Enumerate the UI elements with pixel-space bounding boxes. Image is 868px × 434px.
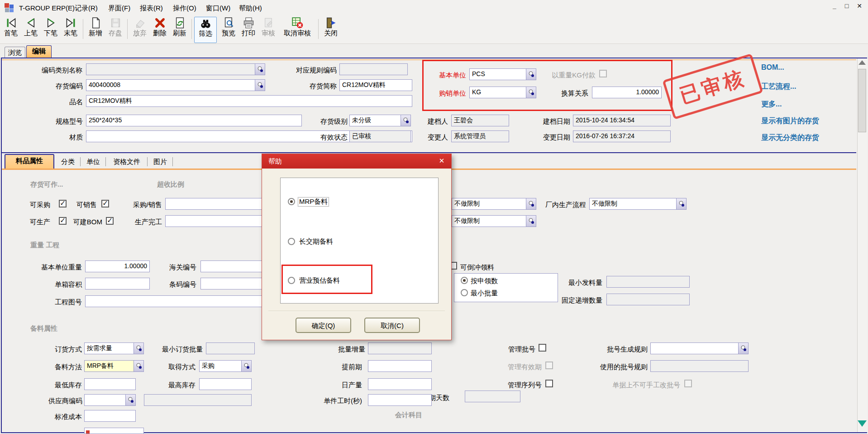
- min-stock-input[interactable]: [84, 378, 136, 390]
- prepare-method-input[interactable]: MRP备料: [84, 360, 144, 372]
- issue-by-apply-radio[interactable]: [461, 277, 468, 284]
- menu-tgroup-erp[interactable]: T-GROUP ERP(E): [17, 3, 76, 13]
- producible-checkbox[interactable]: [59, 217, 67, 225]
- minimize-button[interactable]: _: [830, 2, 839, 12]
- menu-interface[interactable]: 界面(F): [106, 3, 132, 14]
- toolbar-preview-button[interactable]: 预览: [219, 17, 238, 42]
- purchasable-checkbox[interactable]: [59, 200, 67, 207]
- acquire-mode-input[interactable]: 采购: [199, 360, 252, 372]
- help-dialog-titlebar[interactable]: 帮助: [262, 154, 451, 169]
- supply-policy-input-2[interactable]: 不做限制: [452, 215, 536, 227]
- manage-batch-checkbox[interactable]: [539, 344, 546, 352]
- daily-output-input[interactable]: [368, 378, 432, 390]
- item-name-input[interactable]: CR12MOV精料: [86, 95, 412, 107]
- menu-help[interactable]: 帮助(H): [237, 3, 264, 14]
- customs-code-input[interactable]: [200, 260, 265, 272]
- drawing-no-input[interactable]: [85, 295, 265, 307]
- toolbar-new-button[interactable]: 新增: [86, 17, 105, 42]
- link-bom[interactable]: BOM...: [761, 63, 784, 72]
- lookup-icon[interactable]: [125, 395, 135, 405]
- lookup-icon[interactable]: [134, 361, 143, 371]
- link-show-unclassified[interactable]: 显示无分类的存货: [761, 133, 819, 143]
- tab-picture[interactable]: 图片: [149, 156, 171, 168]
- option-long-lead-label[interactable]: 长交期备料: [299, 237, 333, 246]
- tab-category[interactable]: 分类: [57, 156, 79, 168]
- lookup-icon[interactable]: [134, 343, 143, 354]
- barcode-input[interactable]: [200, 278, 265, 289]
- item-code-input[interactable]: 400400008: [86, 79, 265, 91]
- option-sales-forecast-radio[interactable]: [288, 277, 295, 284]
- option-long-lead-radio[interactable]: [288, 238, 295, 245]
- toolbar-filter-button[interactable]: 筛选: [194, 17, 217, 43]
- order-mode-input[interactable]: 按需求量: [84, 342, 144, 354]
- rule-code-input[interactable]: [339, 63, 408, 75]
- lookup-icon[interactable]: [526, 198, 536, 209]
- lookup-icon[interactable]: [526, 69, 536, 80]
- dialog-cancel-button[interactable]: 取消(C): [364, 318, 420, 333]
- option-mrp-label[interactable]: MRP备料: [298, 198, 329, 206]
- item-short-input[interactable]: CR12MOV精料: [339, 79, 412, 91]
- code-category-input[interactable]: [86, 63, 265, 75]
- level-input[interactable]: 未分级: [349, 115, 411, 126]
- toolbar-cancel-audit-button[interactable]: 取消审核: [278, 17, 316, 42]
- menu-record[interactable]: 记录(R): [73, 3, 100, 14]
- tab-qualification[interactable]: 资格文件: [108, 156, 146, 168]
- bom-allowed-checkbox[interactable]: [106, 217, 114, 225]
- batch-rule-input[interactable]: [650, 342, 749, 354]
- box-volume-input[interactable]: [85, 278, 150, 289]
- delete-x-icon: [154, 17, 166, 29]
- lookup-icon[interactable]: [241, 361, 251, 371]
- dialog-ok-button[interactable]: 确定(Q): [296, 318, 351, 333]
- spec-input[interactable]: 250*240*35: [86, 115, 302, 126]
- lead-time-input[interactable]: [368, 360, 432, 372]
- tab-edit[interactable]: 编辑: [26, 45, 52, 58]
- scroll-down-icon[interactable]: [858, 420, 867, 427]
- lookup-icon[interactable]: [526, 216, 536, 227]
- max-stock-input[interactable]: [199, 378, 252, 390]
- supplier-code-input[interactable]: [84, 394, 136, 406]
- link-process-flow[interactable]: 工艺流程...: [761, 82, 796, 92]
- scroll-up-icon[interactable]: [858, 60, 866, 65]
- tab-browse[interactable]: 浏览: [5, 47, 25, 58]
- sellable-checkbox[interactable]: [101, 200, 109, 207]
- toolbar-last-button[interactable]: 末笔: [61, 17, 81, 42]
- menu-report[interactable]: 报表(R): [138, 3, 165, 14]
- toolbar-delete-button[interactable]: 删除: [150, 17, 170, 42]
- lookup-icon[interactable]: [526, 87, 536, 98]
- link-show-with-images[interactable]: 显示有图片的存货: [761, 116, 819, 126]
- purchase-sale-input[interactable]: [165, 198, 263, 210]
- factory-flow-input[interactable]: 不做限制: [589, 198, 687, 210]
- menu-operate[interactable]: 操作(O): [171, 3, 198, 14]
- option-mrp-radio[interactable]: [288, 198, 295, 205]
- scrollbar-thumb[interactable]: [858, 69, 866, 132]
- tab-unit[interactable]: 单位: [82, 156, 104, 168]
- close-window-button[interactable]: ✕: [854, 2, 864, 12]
- prod-finish-input[interactable]: [165, 215, 263, 227]
- lookup-icon[interactable]: [255, 64, 265, 75]
- link-more[interactable]: 更多...: [761, 100, 782, 109]
- lookup-icon[interactable]: [676, 198, 686, 209]
- std-cost-input[interactable]: [84, 410, 136, 422]
- trade-unit-input[interactable]: KG: [469, 87, 536, 98]
- lookup-icon[interactable]: [255, 80, 265, 91]
- restore-button[interactable]: □: [842, 2, 852, 12]
- toolbar-next-button[interactable]: 下笔: [41, 17, 61, 42]
- conversion-input[interactable]: 1.00000: [592, 87, 662, 98]
- supply-policy-input-1[interactable]: 不做限制: [452, 198, 536, 210]
- option-sales-forecast-label[interactable]: 营业预估备料: [299, 276, 340, 285]
- toolbar-refresh-button[interactable]: 刷新: [170, 17, 190, 42]
- base-unit-input[interactable]: PCS: [469, 68, 536, 80]
- manage-serial-checkbox[interactable]: [545, 380, 553, 387]
- toolbar-prev-button[interactable]: 上笔: [21, 17, 41, 42]
- tab-item-attributes[interactable]: 料品属性: [5, 154, 54, 169]
- lookup-icon[interactable]: [401, 115, 410, 126]
- dialog-close-icon[interactable]: ✕: [437, 157, 447, 166]
- toolbar-close-button[interactable]: 关闭: [321, 17, 341, 42]
- issue-min-batch-radio[interactable]: [461, 289, 468, 296]
- lookup-icon[interactable]: [738, 343, 748, 354]
- menu-window[interactable]: 窗口(W): [204, 3, 232, 14]
- toolbar-print-button[interactable]: 打印: [238, 17, 258, 42]
- base-weight-input[interactable]: 1.00000: [85, 260, 150, 272]
- unit-time-input[interactable]: [368, 394, 432, 406]
- toolbar-first-button[interactable]: 首笔: [1, 17, 21, 42]
